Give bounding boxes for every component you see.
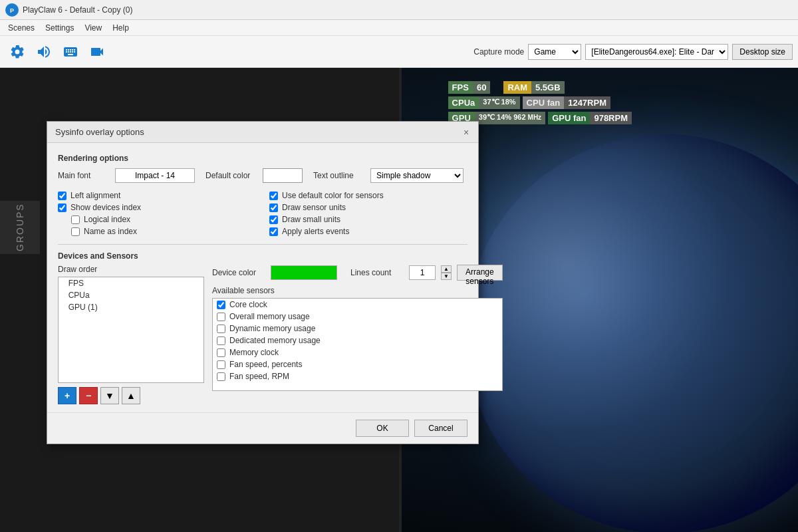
sensor-core-clock-checkbox[interactable] <box>217 301 225 309</box>
arrange-sensors-btn[interactable]: Arrange sensors <box>457 265 503 281</box>
toolbar: Capture mode Game [EliteDangerous64.exe]… <box>0 36 798 68</box>
window-title: PlayClaw 6 - Default - Copy (0) <box>23 5 132 15</box>
draw-order-item-fps[interactable]: FPS <box>59 277 203 289</box>
device-color-box[interactable] <box>271 265 337 280</box>
use-default-color-label: Use default color for sensors <box>282 191 384 200</box>
desktop-size-btn[interactable]: Desktop size <box>732 44 793 60</box>
sensor-fan-speed-rpm-checkbox[interactable] <box>217 372 225 381</box>
devices-section: Devices and Sensors Draw order FPS CPUa … <box>58 251 467 404</box>
lines-count-input[interactable] <box>409 265 436 280</box>
apply-alerts-label: Apply alerts events <box>282 227 349 236</box>
lines-count-up[interactable]: ▲ <box>441 265 452 273</box>
draw-order-label: Draw order <box>58 265 204 274</box>
name-as-index-checkbox[interactable] <box>71 227 80 236</box>
sensor-fan-speed-pct-label: Fan speed, percents <box>229 360 302 369</box>
default-color-label: Default color <box>205 171 252 180</box>
dialog-overlay: Sysinfo overlay options × Rendering opti… <box>0 68 798 532</box>
left-checkboxes: Left alignment Show devices index Logica… <box>58 190 256 237</box>
logical-index-checkbox[interactable] <box>71 215 80 224</box>
sensor-core-clock-label: Core clock <box>229 300 267 309</box>
dialog-close-btn[interactable]: × <box>460 126 473 139</box>
sensor-dedicated-memory-checkbox[interactable] <box>217 336 225 345</box>
lines-count-row: Lines count ▲ ▼ Arrange sensors <box>350 265 503 281</box>
lines-count-spinner: ▲ ▼ <box>441 265 452 280</box>
text-outline-label: Text outline <box>313 171 360 180</box>
sensor-overall-memory-checkbox[interactable] <box>217 313 225 321</box>
sensors-list[interactable]: Core clock Overall memory usage Dynamic … <box>212 298 503 391</box>
draw-order-buttons: + − ▼ ▲ <box>58 387 204 404</box>
text-outline-select[interactable]: Simple shadow None Outline <box>370 168 464 183</box>
lines-count-down[interactable]: ▼ <box>441 273 452 280</box>
available-sensors-label: Available sensors <box>212 286 503 295</box>
move-down-btn[interactable]: ▼ <box>100 387 119 404</box>
add-device-btn[interactable]: + <box>58 387 76 404</box>
remove-device-btn[interactable]: − <box>79 387 98 404</box>
draw-order-list[interactable]: FPS CPUa GPU (1) <box>58 277 204 383</box>
devices-grid: Draw order FPS CPUa GPU (1) + − ▼ ▲ <box>58 265 467 404</box>
game-select[interactable]: [EliteDangerous64.exe]: Elite - Dar <box>585 44 728 60</box>
device-color-row: Device color <box>212 265 337 280</box>
sensor-dynamic-memory-checkbox[interactable] <box>217 325 225 333</box>
draw-order-item-gpu[interactable]: GPU (1) <box>59 301 203 313</box>
default-color-box[interactable] <box>263 168 303 183</box>
show-devices-label: Show devices index <box>70 203 141 212</box>
section-divider-1 <box>58 244 467 245</box>
apply-alerts-checkbox[interactable] <box>269 227 278 236</box>
main-font-label: Main font <box>58 171 104 180</box>
keyboard-icon-btn[interactable] <box>59 40 82 64</box>
sensor-memory-clock: Memory clock <box>213 346 502 358</box>
draw-small-units-row: Draw small units <box>269 213 467 225</box>
sensor-fan-speed-pct-checkbox[interactable] <box>217 360 225 369</box>
right-checkboxes: Use default color for sensors Draw senso… <box>269 190 467 237</box>
logical-index-label: Logical index <box>84 215 130 224</box>
ok-btn[interactable]: OK <box>356 420 409 437</box>
sensor-memory-clock-label: Memory clock <box>229 348 279 357</box>
main-font-btn[interactable]: Impact - 14 <box>115 168 195 183</box>
dialog-title: Sysinfo overlay options <box>55 127 144 137</box>
menu-help[interactable]: Help <box>107 22 134 34</box>
show-devices-index-checkbox[interactable] <box>58 203 66 212</box>
draw-order-item-cpua[interactable]: CPUa <box>59 289 203 301</box>
sensor-dynamic-memory-label: Dynamic memory usage <box>229 324 315 333</box>
settings-icon-btn[interactable] <box>5 40 29 64</box>
sensor-dedicated-memory: Dedicated memory usage <box>213 334 502 346</box>
menu-view[interactable]: View <box>79 22 107 34</box>
sensor-fan-speed-rpm-label: Fan speed, RPM <box>229 372 289 381</box>
available-sensors-section: Available sensors Core clock Overall mem… <box>212 286 503 391</box>
left-alignment-checkbox[interactable] <box>58 192 66 200</box>
rendering-options-header: Rendering options <box>58 154 467 163</box>
sysinfo-dialog: Sysinfo overlay options × Rendering opti… <box>47 121 479 444</box>
dialog-titlebar: Sysinfo overlay options × <box>47 122 478 143</box>
app-icon: P <box>5 3 19 17</box>
color-lines-row: Device color Lines count ▲ ▼ Arran <box>212 265 503 281</box>
sensor-core-clock: Core clock <box>213 299 502 311</box>
sensor-memory-clock-checkbox[interactable] <box>217 348 225 357</box>
draw-order-panel: Draw order FPS CPUa GPU (1) + − ▼ ▲ <box>58 265 204 404</box>
toolbar-right: Capture mode Game [EliteDangerous64.exe]… <box>473 44 793 60</box>
use-default-color-row: Use default color for sensors <box>269 190 467 201</box>
cancel-btn[interactable]: Cancel <box>414 420 467 437</box>
move-up-btn[interactable]: ▲ <box>122 387 140 404</box>
use-default-color-checkbox[interactable] <box>269 192 278 200</box>
font-row: Main font Impact - 14 Default color Text… <box>58 168 467 183</box>
sensor-overall-memory: Overall memory usage <box>213 311 502 323</box>
video-icon-btn[interactable] <box>85 40 109 64</box>
draw-sensor-units-checkbox[interactable] <box>269 203 278 212</box>
devices-sensors-header: Devices and Sensors <box>58 251 467 261</box>
show-devices-row: Show devices index <box>58 201 256 213</box>
draw-small-units-label: Draw small units <box>282 215 340 224</box>
logical-index-row: Logical index <box>71 213 256 225</box>
dialog-footer: OK Cancel <box>47 412 478 444</box>
menu-settings[interactable]: Settings <box>40 22 79 34</box>
apply-alerts-row: Apply alerts events <box>269 225 467 237</box>
menu-scenes[interactable]: Scenes <box>3 22 40 34</box>
sensor-overall-memory-label: Overall memory usage <box>229 312 310 321</box>
options-grid: Left alignment Show devices index Logica… <box>58 190 467 237</box>
svg-text:P: P <box>10 7 14 14</box>
draw-small-units-checkbox[interactable] <box>269 215 278 224</box>
capture-mode-select[interactable]: Game <box>528 44 581 60</box>
right-panel: Device color Lines count ▲ ▼ Arran <box>212 265 503 404</box>
audio-icon-btn[interactable] <box>32 40 56 64</box>
left-alignment-label: Left alignment <box>70 191 120 200</box>
lines-count-label: Lines count <box>350 268 404 277</box>
